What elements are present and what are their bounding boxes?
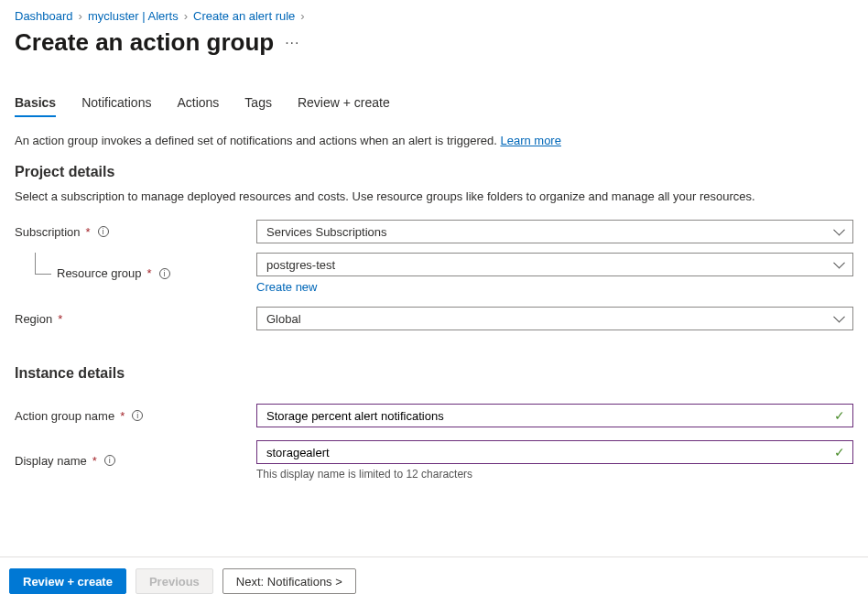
tab-actions[interactable]: Actions: [177, 93, 219, 117]
tab-bar: Basics Notifications Actions Tags Review…: [15, 93, 853, 117]
previous-button: Previous: [136, 568, 213, 594]
chevron-right-icon: ›: [184, 9, 188, 23]
display-name-hint: This display name is limited to 12 chara…: [256, 468, 853, 481]
chevron-right-icon: ›: [300, 9, 304, 23]
tab-notifications[interactable]: Notifications: [81, 93, 151, 117]
required-indicator: *: [120, 409, 125, 423]
info-icon[interactable]: i: [159, 268, 170, 279]
tab-tags[interactable]: Tags: [244, 93, 272, 117]
project-details-description: Select a subscription to manage deployed…: [15, 189, 853, 203]
review-create-button[interactable]: Review + create: [9, 568, 126, 594]
checkmark-icon: ✓: [834, 408, 845, 423]
section-heading-project: Project details: [15, 164, 853, 180]
footer-bar: Review + create Previous Next: Notificat…: [0, 556, 868, 605]
action-group-name-input[interactable]: ✓: [256, 404, 853, 427]
region-label: Region: [15, 312, 52, 326]
info-icon[interactable]: i: [104, 455, 115, 466]
info-icon[interactable]: i: [98, 226, 109, 237]
action-group-name-label: Action group name: [15, 409, 114, 423]
tree-line-icon: [35, 253, 51, 275]
subscription-select[interactable]: Services Subscriptions: [256, 220, 853, 243]
region-select[interactable]: Global: [256, 307, 853, 330]
page-title: Create an action group: [15, 28, 274, 57]
intro-text: An action group invokes a defined set of…: [15, 134, 853, 147]
required-indicator: *: [58, 312, 62, 326]
display-name-input[interactable]: ✓: [256, 440, 853, 464]
info-icon[interactable]: i: [132, 410, 143, 421]
tab-review-create[interactable]: Review + create: [298, 93, 390, 117]
display-name-label: Display name: [15, 454, 87, 468]
next-button[interactable]: Next: Notifications >: [222, 568, 356, 594]
breadcrumb-link[interactable]: mycluster | Alerts: [88, 9, 179, 23]
section-heading-instance: Instance details: [15, 365, 853, 382]
breadcrumb-link[interactable]: Create an alert rule: [193, 9, 295, 23]
checkmark-icon: ✓: [834, 445, 845, 459]
chevron-right-icon: ›: [79, 9, 82, 23]
resource-group-label: Resource group: [57, 266, 142, 280]
learn-more-link[interactable]: Learn more: [500, 134, 560, 147]
breadcrumb-link[interactable]: Dashboard: [15, 9, 73, 23]
create-new-link[interactable]: Create new: [256, 280, 317, 294]
required-indicator: *: [92, 454, 97, 468]
resource-group-select[interactable]: postgres-test: [256, 253, 853, 276]
more-icon[interactable]: ···: [285, 35, 299, 51]
required-indicator: *: [147, 266, 152, 280]
required-indicator: *: [86, 225, 91, 239]
breadcrumb: Dashboard › mycluster | Alerts › Create …: [15, 9, 853, 23]
tab-basics[interactable]: Basics: [15, 93, 56, 117]
subscription-label: Subscription: [15, 225, 81, 239]
